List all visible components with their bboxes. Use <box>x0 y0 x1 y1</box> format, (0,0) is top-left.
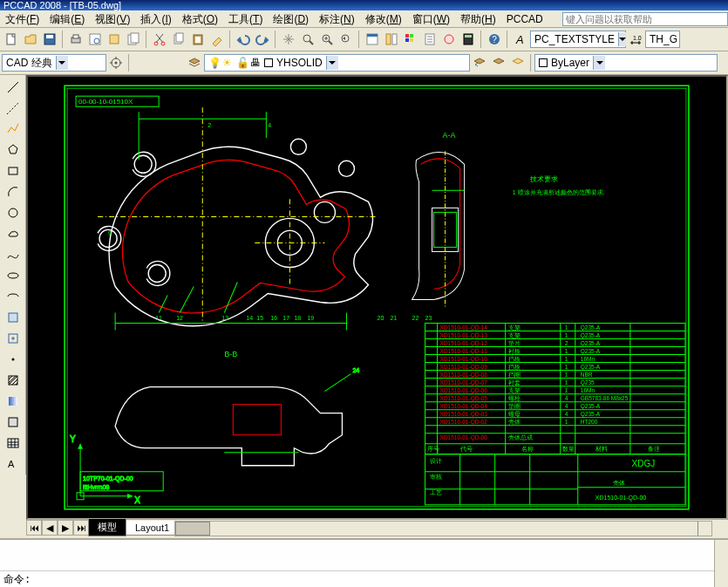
pan-icon[interactable] <box>280 31 297 48</box>
help-search-input[interactable] <box>562 12 728 26</box>
plot-preview-icon[interactable] <box>86 31 104 48</box>
chevron-down-icon[interactable] <box>56 56 68 70</box>
layer-states-icon[interactable] <box>490 54 507 72</box>
command-history[interactable] <box>0 540 728 571</box>
construction-line-icon[interactable] <box>3 99 24 118</box>
match-prop-icon[interactable] <box>208 31 226 48</box>
spline-icon[interactable] <box>3 245 24 264</box>
dimstyle-combo[interactable]: TH_G <box>645 31 680 48</box>
zoom-previous-icon[interactable] <box>337 31 355 48</box>
svg-text:2: 2 <box>565 340 568 346</box>
workspace-combo[interactable]: CAD 经典 <box>2 54 106 72</box>
scroll-thumb[interactable] <box>175 522 210 536</box>
menu-file[interactable]: 文件(F) <box>0 10 44 28</box>
menu-pccad[interactable]: PCCAD <box>501 10 548 28</box>
menu-help[interactable]: 帮助(H) <box>455 10 501 28</box>
color-combo[interactable]: ByLayer <box>534 54 718 72</box>
layer-combo[interactable]: 💡 ☀ 🔓 🖶 YHSOLID <box>204 54 470 72</box>
plot-icon: 🖶 <box>250 57 262 69</box>
markup-icon[interactable] <box>440 31 458 48</box>
tab-last-icon[interactable]: ⏭ <box>73 520 89 536</box>
toolbar-standard: ? A PC_TEXTSTYLE 1.0 TH_G <box>0 28 728 51</box>
menu-draw[interactable]: 绘图(D) <box>268 10 314 28</box>
mtext-icon[interactable]: A <box>3 454 24 474</box>
open-icon[interactable] <box>22 31 39 48</box>
cut-icon[interactable] <box>151 31 168 48</box>
make-block-icon[interactable] <box>3 329 24 348</box>
new-icon[interactable] <box>3 31 20 48</box>
layer-color-swatch <box>264 58 273 67</box>
separator <box>275 31 276 48</box>
publish-icon[interactable] <box>105 31 123 48</box>
line-icon[interactable] <box>3 78 24 97</box>
textstyle-a-icon[interactable]: A <box>512 31 529 48</box>
layer-previous-icon[interactable] <box>471 54 488 72</box>
ellipse-arc-icon[interactable] <box>3 287 24 306</box>
print-icon[interactable] <box>67 31 85 48</box>
menu-modify[interactable]: 修改(M) <box>360 10 407 28</box>
svg-text:XD1510-01-QD-00: XD1510-01-QD-00 <box>595 495 646 502</box>
region-icon[interactable] <box>3 413 24 432</box>
paste-icon[interactable] <box>189 31 207 48</box>
horizontal-scrollbar[interactable] <box>174 521 712 536</box>
svg-rect-44 <box>9 397 17 406</box>
redo-icon[interactable] <box>254 31 271 48</box>
save-icon[interactable] <box>41 31 58 48</box>
zoom-window-icon[interactable] <box>318 31 336 48</box>
design-center-icon[interactable] <box>383 31 400 48</box>
gasket-outline <box>122 160 349 313</box>
drawing-viewport[interactable]: 00-00-10-01510X Y X <box>26 75 728 520</box>
menu-view[interactable]: 视图(V) <box>90 10 135 28</box>
rectangle-icon[interactable] <box>3 161 24 181</box>
separator <box>62 31 64 48</box>
table-icon[interactable] <box>3 433 24 453</box>
quickcalc-icon[interactable] <box>459 31 477 48</box>
tab-model[interactable]: 模型 <box>88 519 126 536</box>
revision-cloud-icon[interactable] <box>3 224 24 243</box>
undo-icon[interactable] <box>235 31 252 48</box>
layer-properties-icon[interactable] <box>186 54 203 72</box>
chevron-down-icon[interactable] <box>618 32 626 46</box>
textstyle-combo[interactable]: PC_TEXTSTYLE <box>530 31 626 48</box>
layer-iso-icon[interactable] <box>509 54 527 72</box>
chevron-down-icon[interactable] <box>593 56 605 70</box>
menu-insert[interactable]: 插入(I) <box>135 10 176 28</box>
workspace-settings-icon[interactable] <box>107 54 125 72</box>
svg-text:支架: 支架 <box>508 324 520 331</box>
tool-palettes-icon[interactable] <box>402 31 419 48</box>
sheet-set-icon[interactable] <box>125 31 142 48</box>
menu-dim[interactable]: 标注(N) <box>314 10 360 28</box>
copy-icon[interactable] <box>170 31 187 48</box>
menu-window[interactable]: 窗口(W) <box>407 10 455 28</box>
properties-icon[interactable] <box>364 31 381 48</box>
scroll-right-icon[interactable] <box>697 522 711 536</box>
zoom-realtime-icon[interactable] <box>299 31 316 48</box>
tab-prev-icon[interactable]: ◀ <box>42 520 58 536</box>
hatch-icon[interactable] <box>3 371 24 390</box>
insert-block-icon[interactable] <box>3 308 24 327</box>
point-icon[interactable] <box>3 350 24 369</box>
tab-layout1[interactable]: Layout1 <box>126 521 179 536</box>
help-icon[interactable]: ? <box>486 31 503 48</box>
command-resize-grip[interactable] <box>714 540 728 587</box>
svg-line-73 <box>159 295 167 312</box>
polygon-icon[interactable] <box>3 140 24 160</box>
tab-first-icon[interactable]: ⏮ <box>26 520 42 536</box>
sheet-set-mgr-icon[interactable] <box>421 31 439 48</box>
menu-format[interactable]: 格式(O) <box>177 10 223 28</box>
arc-icon[interactable] <box>3 182 24 201</box>
svg-text:1: 1 <box>565 356 568 362</box>
polyline-icon[interactable] <box>3 119 24 139</box>
svg-point-38 <box>9 208 17 217</box>
svg-text:A: A <box>8 459 15 469</box>
tab-next-icon[interactable]: ▶ <box>58 520 73 536</box>
svg-text:XD1510-01-QD-11: XD1510-01-QD-11 <box>440 348 488 355</box>
ellipse-icon[interactable] <box>3 266 24 285</box>
menu-tools[interactable]: 工具(T) <box>223 10 268 28</box>
drawing-number-label: 00-00-10-01510X <box>78 98 133 106</box>
circle-icon[interactable] <box>3 203 24 222</box>
gradient-icon[interactable] <box>3 392 24 411</box>
dimstyle-icon[interactable]: 1.0 <box>627 31 644 48</box>
menu-edit[interactable]: 编辑(E) <box>44 10 90 28</box>
chevron-down-icon[interactable] <box>326 56 338 70</box>
